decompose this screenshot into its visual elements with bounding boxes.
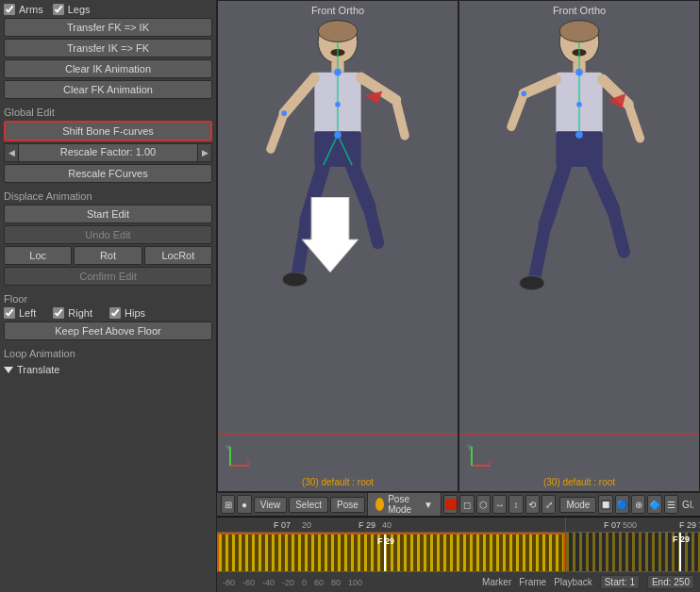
viewports-row: Front Ortho bbox=[217, 0, 700, 492]
arms-checkbox[interactable] bbox=[4, 4, 15, 15]
right-checkbox-label[interactable]: Right bbox=[53, 307, 92, 319]
toolbar-icon-3[interactable]: ↔ bbox=[492, 495, 507, 514]
ruler-num-500: 500 bbox=[623, 520, 637, 530]
axes-indicator-left: X Y bbox=[225, 442, 254, 472]
toolbar-icon-8[interactable]: 🔵 bbox=[615, 495, 629, 514]
arms-legs-row: Arms Legs bbox=[4, 4, 212, 15]
svg-text:X: X bbox=[246, 457, 252, 466]
transfer-ik-fk-button[interactable]: Transfer IK => FK bbox=[4, 39, 212, 58]
toolbar-icon-2[interactable]: ⬡ bbox=[476, 495, 491, 514]
left-checkbox[interactable] bbox=[4, 307, 15, 319]
arms-label: Arms bbox=[19, 4, 43, 15]
rot-button[interactable]: Rot bbox=[74, 246, 142, 265]
right-frame-value: F 29 bbox=[679, 520, 696, 530]
loc-button[interactable]: Loc bbox=[4, 246, 72, 265]
floor-row: Left Right Hips bbox=[4, 307, 212, 319]
confirm-edit-button[interactable]: Confirm Edit bbox=[4, 267, 212, 286]
toolbar-icon-9[interactable]: ⊕ bbox=[631, 495, 645, 514]
playback-label: Playback bbox=[554, 577, 592, 587]
toolbar: ⊞ ● View Select Pose Pose Mode ▼ ◻ ⬡ ↔ ↕… bbox=[217, 492, 700, 517]
down-arrow-icon bbox=[302, 197, 358, 274]
legs-checkbox-label[interactable]: Legs bbox=[53, 4, 91, 15]
right-viewport[interactable]: Front Ortho bbox=[458, 0, 700, 492]
hips-checkbox[interactable] bbox=[109, 307, 121, 319]
toolbar-icon-7[interactable]: 🔲 bbox=[598, 495, 612, 514]
floor-title: Floor bbox=[4, 293, 212, 304]
svg-marker-24 bbox=[302, 197, 358, 272]
clear-fk-animation-button[interactable]: Clear FK Animation bbox=[4, 80, 212, 99]
svg-line-39 bbox=[545, 165, 565, 224]
hips-checkbox-label[interactable]: Hips bbox=[109, 307, 145, 319]
mode-button[interactable]: Mode bbox=[559, 497, 596, 513]
svg-line-41 bbox=[593, 165, 613, 209]
right-frame-playhead: F 29 bbox=[673, 534, 690, 544]
global-edit-title: Global Edit bbox=[4, 107, 212, 118]
svg-point-43 bbox=[520, 276, 545, 290]
legs-label: Legs bbox=[68, 4, 91, 15]
right-label: Right bbox=[68, 307, 92, 319]
clear-ik-animation-button[interactable]: Clear IK Animation bbox=[4, 59, 212, 78]
timeline-area: F 07 F 29 20 40 bbox=[217, 517, 700, 592]
svg-point-14 bbox=[282, 272, 308, 287]
rescale-fcurves-button[interactable]: Rescale FCurves bbox=[4, 164, 212, 183]
tl-num-neg80: -80 bbox=[223, 578, 235, 587]
toolbar-icon-4[interactable]: ↕ bbox=[508, 495, 523, 514]
shift-bone-button[interactable]: Shift Bone F-curves bbox=[4, 121, 212, 141]
transfer-fk-ik-button[interactable]: Transfer FK => IK bbox=[4, 18, 212, 37]
displace-title: Displace Animation bbox=[4, 190, 212, 202]
toolbar-icon-6[interactable]: ⤢ bbox=[542, 495, 556, 514]
right-checkbox[interactable] bbox=[53, 307, 64, 319]
left-viewport-bottom: (30) default : root bbox=[302, 477, 374, 487]
svg-line-34 bbox=[524, 79, 556, 93]
tl-num-neg60: -60 bbox=[242, 578, 255, 587]
arms-checkbox-label[interactable]: Arms bbox=[4, 4, 43, 15]
rescale-left-arrow[interactable]: ◀ bbox=[4, 143, 19, 162]
view-button[interactable]: View bbox=[254, 497, 288, 513]
select-button[interactable]: Select bbox=[289, 497, 328, 513]
pose-mode-icon bbox=[375, 498, 384, 511]
rescale-value: Rescale Factor: 1.00 bbox=[19, 143, 197, 162]
legs-checkbox[interactable] bbox=[53, 4, 64, 15]
keep-feet-button[interactable]: Keep Feet Above Floor bbox=[4, 321, 212, 340]
gl-label: Gl. bbox=[680, 500, 696, 510]
toolbar-icon-1[interactable]: ◻ bbox=[459, 495, 474, 514]
svg-line-6 bbox=[271, 113, 284, 149]
pose-mode-arrow: ▼ bbox=[424, 500, 433, 510]
svg-point-21 bbox=[334, 131, 342, 139]
left-character bbox=[262, 15, 413, 354]
toolbar-icon-11[interactable]: ☰ bbox=[664, 495, 678, 514]
svg-point-19 bbox=[334, 69, 342, 76]
pose-mode-button[interactable]: Pose Mode ▼ bbox=[367, 492, 442, 517]
left-viewport[interactable]: Front Ortho bbox=[217, 0, 458, 492]
svg-point-47 bbox=[576, 102, 582, 107]
svg-point-30 bbox=[559, 21, 599, 42]
svg-line-40 bbox=[535, 225, 545, 279]
loop-title: Loop Animation bbox=[4, 348, 212, 359]
svg-text:Y: Y bbox=[467, 443, 473, 452]
playhead-frame-label: F 29 bbox=[377, 536, 394, 546]
end-value[interactable]: End: 250 bbox=[647, 575, 694, 589]
start-edit-button[interactable]: Start Edit bbox=[4, 205, 212, 223]
svg-line-13 bbox=[369, 207, 377, 243]
grid-icon[interactable]: ⊞ bbox=[221, 495, 235, 514]
dot-icon[interactable]: ● bbox=[237, 495, 251, 514]
svg-marker-23 bbox=[364, 91, 382, 105]
tl-num-neg40: -40 bbox=[262, 578, 275, 587]
red-square-btn[interactable] bbox=[443, 495, 458, 514]
start-value[interactable]: Start: 1 bbox=[600, 575, 640, 589]
timeline-bottom: -80 -60 -40 -20 0 60 80 100 Marker Frame… bbox=[217, 571, 700, 592]
hips-label: Hips bbox=[125, 307, 145, 319]
frame-marker-2: F 29 bbox=[358, 520, 375, 530]
floor-line-right bbox=[459, 434, 699, 435]
left-checkbox-label[interactable]: Left bbox=[4, 307, 36, 319]
locrot-button[interactable]: LocRot bbox=[144, 246, 212, 265]
axes-indicator-right: X Y bbox=[467, 442, 495, 472]
pose-button[interactable]: Pose bbox=[330, 497, 365, 513]
toolbar-icon-5[interactable]: ⟲ bbox=[525, 495, 540, 514]
toolbar-icon-10[interactable]: 🔷 bbox=[647, 495, 661, 514]
rescale-right-arrow[interactable]: ▶ bbox=[197, 143, 212, 162]
tl-num-neg20: -20 bbox=[282, 578, 294, 587]
pose-mode-label: Pose Mode bbox=[388, 494, 420, 515]
frame-marker-1: F 07 bbox=[274, 520, 291, 530]
svg-line-5 bbox=[284, 77, 314, 113]
